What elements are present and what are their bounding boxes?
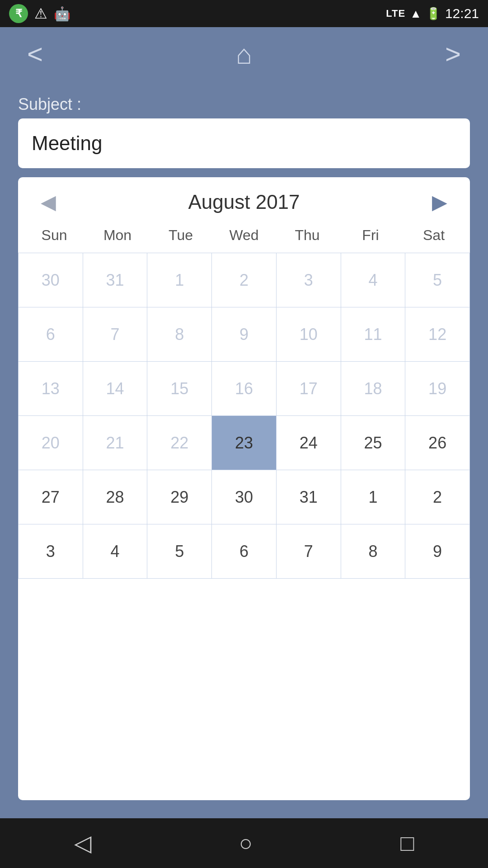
cal-cell-r5-c2[interactable]: 5 <box>147 524 212 579</box>
calendar-container: ◀ August 2017 ▶ Sun Mon Tue Wed Thu Fri … <box>18 177 470 800</box>
day-header-wed: Wed <box>212 222 276 253</box>
cal-cell-r1-c3[interactable]: 9 <box>212 307 277 362</box>
cal-cell-r4-c6[interactable]: 2 <box>405 470 470 524</box>
cal-cell-r1-c4[interactable]: 10 <box>277 307 341 362</box>
day-header-sun: Sun <box>23 222 86 253</box>
subject-input[interactable] <box>18 118 470 168</box>
rupee-icon: ₹ <box>9 4 28 23</box>
day-header-tue: Tue <box>149 222 212 253</box>
signal-icon: ▲ <box>410 7 422 21</box>
android-icon: 🤖 <box>54 6 70 22</box>
cal-cell-r5-c5[interactable]: 8 <box>341 524 406 579</box>
cal-cell-r2-c4[interactable]: 17 <box>277 362 341 416</box>
cal-cell-r3-c2[interactable]: 22 <box>147 416 212 470</box>
calendar-month-title: August 2017 <box>188 191 300 213</box>
cal-cell-r3-c0[interactable]: 20 <box>19 416 83 470</box>
nav-bar: < ⌂ > <box>0 27 488 81</box>
cal-cell-r5-c6[interactable]: 9 <box>405 524 470 579</box>
home-button[interactable]: ○ <box>239 830 253 856</box>
cal-cell-r2-c2[interactable]: 15 <box>147 362 212 416</box>
cal-cell-r0-c5[interactable]: 4 <box>341 253 406 307</box>
lte-badge: LTE <box>386 8 405 19</box>
cal-cell-r0-c0[interactable]: 30 <box>19 253 83 307</box>
cal-cell-r3-c1[interactable]: 21 <box>83 416 148 470</box>
cal-cell-r1-c2[interactable]: 8 <box>147 307 212 362</box>
cal-cell-r3-c3[interactable]: 23 <box>212 416 277 470</box>
subject-label: Subject : <box>18 95 470 114</box>
cal-cell-r3-c6[interactable]: 26 <box>405 416 470 470</box>
calendar-grid: 3031123456789101112131415161718192021222… <box>18 253 470 579</box>
cal-cell-r4-c1[interactable]: 28 <box>83 470 148 524</box>
cal-cell-r1-c0[interactable]: 6 <box>19 307 83 362</box>
nav-prev-button[interactable]: < <box>27 41 43 68</box>
cal-cell-r0-c2[interactable]: 1 <box>147 253 212 307</box>
home-icon[interactable]: ⌂ <box>236 39 252 70</box>
cal-cell-r2-c5[interactable]: 18 <box>341 362 406 416</box>
battery-icon: 🔋 <box>426 7 441 21</box>
cal-cell-r5-c4[interactable]: 7 <box>277 524 341 579</box>
calendar-days-header: Sun Mon Tue Wed Thu Fri Sat <box>18 222 470 253</box>
status-right: LTE ▲ 🔋 12:21 <box>386 6 479 21</box>
nav-next-button[interactable]: > <box>445 41 461 68</box>
calendar-prev-button[interactable]: ◀ <box>36 192 61 212</box>
cal-cell-r4-c0[interactable]: 27 <box>19 470 83 524</box>
cal-cell-r2-c3[interactable]: 16 <box>212 362 277 416</box>
bottom-nav: ◁ ○ □ <box>0 818 488 868</box>
cal-cell-r0-c4[interactable]: 3 <box>277 253 341 307</box>
day-header-fri: Fri <box>339 222 402 253</box>
cal-cell-r4-c4[interactable]: 31 <box>277 470 341 524</box>
cal-cell-r4-c3[interactable]: 30 <box>212 470 277 524</box>
day-header-thu: Thu <box>276 222 339 253</box>
cal-cell-r4-c2[interactable]: 29 <box>147 470 212 524</box>
calendar-next-button[interactable]: ▶ <box>427 192 452 212</box>
cal-cell-r5-c0[interactable]: 3 <box>19 524 83 579</box>
clock: 12:21 <box>445 6 479 21</box>
warning-icon: ⚠ <box>34 5 47 22</box>
cal-cell-r5-c3[interactable]: 6 <box>212 524 277 579</box>
cal-cell-r2-c0[interactable]: 13 <box>19 362 83 416</box>
cal-cell-r0-c3[interactable]: 2 <box>212 253 277 307</box>
cal-cell-r2-c1[interactable]: 14 <box>83 362 148 416</box>
status-left-icons: ₹ ⚠ 🤖 <box>9 4 70 23</box>
cal-cell-r0-c6[interactable]: 5 <box>405 253 470 307</box>
subject-section: Subject : <box>18 95 470 168</box>
day-header-mon: Mon <box>86 222 149 253</box>
recent-button[interactable]: □ <box>400 830 414 856</box>
cal-cell-r1-c1[interactable]: 7 <box>83 307 148 362</box>
cal-cell-r3-c5[interactable]: 25 <box>341 416 406 470</box>
calendar-header: ◀ August 2017 ▶ <box>18 177 470 222</box>
day-header-sat: Sat <box>402 222 465 253</box>
main-content: Subject : ◀ August 2017 ▶ Sun Mon Tue We… <box>0 81 488 818</box>
cal-cell-r0-c1[interactable]: 31 <box>83 253 148 307</box>
cal-cell-r2-c6[interactable]: 19 <box>405 362 470 416</box>
back-button[interactable]: ◁ <box>74 830 91 856</box>
cal-cell-r5-c1[interactable]: 4 <box>83 524 148 579</box>
cal-cell-r3-c4[interactable]: 24 <box>277 416 341 470</box>
cal-cell-r1-c5[interactable]: 11 <box>341 307 406 362</box>
status-bar: ₹ ⚠ 🤖 LTE ▲ 🔋 12:21 <box>0 0 488 27</box>
cal-cell-r1-c6[interactable]: 12 <box>405 307 470 362</box>
cal-cell-r4-c5[interactable]: 1 <box>341 470 406 524</box>
